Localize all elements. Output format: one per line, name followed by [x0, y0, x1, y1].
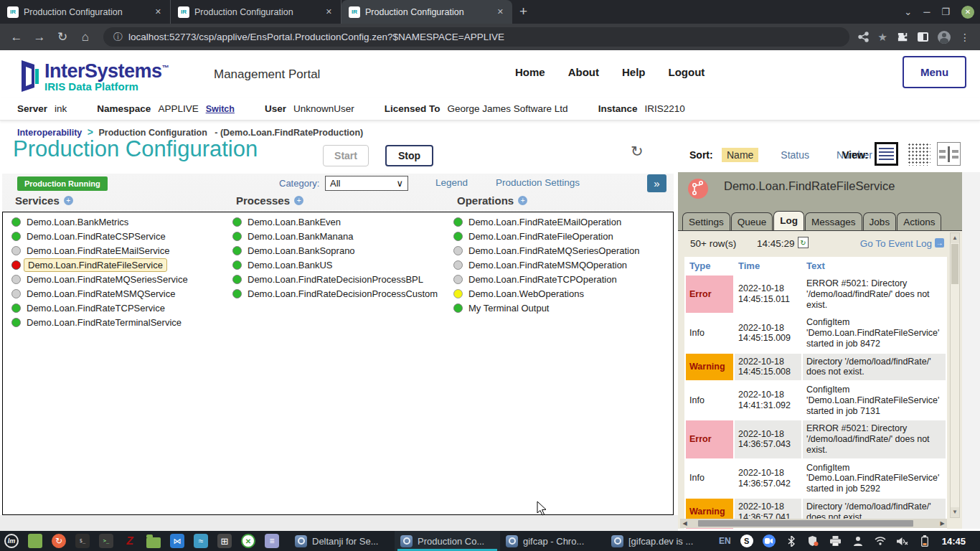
update-icon[interactable]: ↻	[52, 534, 66, 548]
config-item[interactable]: Demo.Loan.FindRateFileService	[11, 258, 188, 272]
bookmark-star-icon[interactable]: ★	[878, 31, 887, 44]
config-item[interactable]: Demo.Loan.FindRateMSMQService	[11, 286, 188, 301]
root-terminal-icon[interactable]: >_	[99, 534, 113, 548]
config-item[interactable]: Demo.Loan.FindRateMQSeriesOperation	[453, 243, 639, 258]
tab-close-icon[interactable]: ✕	[323, 6, 335, 18]
config-item[interactable]: Demo.Loan.BankSoprano	[232, 243, 438, 258]
profile-avatar[interactable]	[938, 31, 951, 44]
switch-link[interactable]: Switch	[206, 104, 235, 114]
panel-tab-queue[interactable]: Queue	[731, 212, 773, 230]
security-shield-icon[interactable]	[807, 534, 820, 547]
horizontal-scroll-thumb[interactable]	[698, 520, 913, 527]
panel-tab-actions[interactable]: Actions	[897, 212, 941, 230]
printer-icon[interactable]	[829, 534, 842, 547]
restore-button[interactable]: ❐	[941, 6, 950, 17]
extensions-puzzle-icon[interactable]	[897, 32, 908, 43]
config-item[interactable]: Demo.Loan.FindRateTCPOperation	[453, 272, 639, 286]
window-close-button[interactable]: ✕	[961, 6, 974, 19]
config-item[interactable]: My Terminal Output	[453, 301, 639, 315]
system-monitor-icon[interactable]: ≈	[194, 534, 208, 548]
browser-tab[interactable]: IRProduction Configuration✕	[0, 0, 171, 24]
config-item[interactable]: Demo.Loan.FindRateTCPService	[11, 301, 188, 315]
nav-link-about[interactable]: About	[568, 66, 599, 78]
refresh-spinner-icon[interactable]: ↻	[631, 143, 644, 160]
config-item[interactable]: Demo.Loan.FindRateEMailOperation	[453, 215, 639, 229]
home-button[interactable]: ⌂	[76, 30, 95, 44]
taskbar-window-button[interactable]: Production Co...	[395, 531, 500, 551]
config-item[interactable]: Demo.Loan.FindRateTerminalService	[11, 315, 188, 329]
nav-link-help[interactable]: Help	[622, 66, 646, 78]
external-arrow-icon[interactable]: →	[935, 238, 944, 248]
taskbar-window-button[interactable]: Deltanji for Se...	[289, 531, 395, 551]
config-item[interactable]: Demo.Loan.FindRateFileOperation	[453, 229, 639, 243]
view-split-icon[interactable]	[937, 142, 961, 166]
back-button[interactable]: ←	[7, 30, 26, 44]
zoom-icon[interactable]	[763, 534, 776, 547]
terminal-icon[interactable]: $_	[75, 534, 90, 548]
zeal-icon[interactable]: Z	[122, 534, 138, 548]
view-grid-icon[interactable]	[907, 142, 930, 166]
browser-tab[interactable]: IRProduction Configuration✕	[341, 0, 512, 24]
config-item[interactable]: Demo.Loan.BankMetrics	[11, 215, 188, 229]
config-item[interactable]: Demo.Loan.FindRateMQSeriesService	[11, 272, 188, 286]
language-indicator[interactable]: EN	[719, 536, 731, 546]
wifi-icon[interactable]	[874, 534, 887, 547]
bluetooth-icon[interactable]	[785, 534, 798, 547]
config-item[interactable]: Demo.Loan.WebOperations	[453, 286, 639, 301]
panel-vertical-scrollbar[interactable]: ▲ ▼	[950, 232, 960, 518]
menu-button[interactable]: Menu	[903, 56, 966, 88]
production-settings-link[interactable]: Production Settings	[496, 177, 580, 188]
panel-tab-settings[interactable]: Settings	[682, 212, 730, 230]
tab-close-icon[interactable]: ✕	[152, 6, 164, 18]
taskbar-window-button[interactable]: [gifcap.dev is ...	[606, 531, 711, 551]
file-manager-icon[interactable]	[28, 534, 42, 548]
config-item[interactable]: Demo.Loan.FindRateEMailService	[11, 243, 188, 258]
expand-panel-button[interactable]: »	[647, 174, 666, 192]
panel-tab-messages[interactable]: Messages	[805, 212, 862, 230]
vertical-scroll-thumb[interactable]	[951, 244, 958, 284]
config-item[interactable]: Demo.Loan.BankUS	[232, 258, 438, 272]
forward-button[interactable]: →	[30, 30, 49, 44]
sort-option-status[interactable]: Status	[776, 148, 814, 162]
x-server-icon[interactable]: ✕	[241, 534, 255, 548]
scroll-down-icon[interactable]: ▼	[951, 507, 959, 517]
config-item[interactable]: Demo.Loan.FindRateDecisionProcessBPL	[232, 272, 438, 286]
address-bar[interactable]: ⓘ localhost:52773/csp/applive/EnsPortal.…	[103, 27, 849, 47]
add-item-icon[interactable]: +	[294, 196, 303, 205]
config-item[interactable]: Demo.Loan.FindRateCSPService	[11, 229, 188, 243]
panel-tab-jobs[interactable]: Jobs	[863, 212, 897, 230]
minimize-button[interactable]: ─	[923, 6, 930, 17]
volume-muted-icon[interactable]	[896, 534, 909, 547]
new-tab-button[interactable]: +	[512, 4, 536, 24]
browser-tab[interactable]: IRProduction Configuration✕	[171, 0, 341, 24]
scroll-right-icon[interactable]: ▶	[938, 520, 947, 527]
calculator-icon[interactable]: ⊞	[217, 534, 232, 548]
sort-option-name[interactable]: Name	[722, 148, 758, 162]
config-item[interactable]: Demo.Loan.BankEven	[232, 215, 438, 229]
reload-button[interactable]: ↻	[53, 29, 72, 44]
taskbar-clock[interactable]: 14:45	[941, 536, 971, 547]
config-item[interactable]: Demo.Loan.FindRateMSMQOperation	[453, 258, 639, 272]
scroll-up-icon[interactable]: ▲	[951, 233, 959, 243]
share-icon[interactable]	[858, 32, 869, 42]
start-button[interactable]: Start	[323, 145, 369, 166]
scroll-left-icon[interactable]: ◀	[680, 520, 689, 527]
add-item-icon[interactable]: +	[518, 196, 527, 205]
panel-horizontal-scrollbar[interactable]: ◀ ▶	[680, 519, 947, 528]
user-icon[interactable]	[852, 534, 864, 547]
browser-menu-icon[interactable]: ⋮	[960, 32, 970, 43]
folder-icon[interactable]	[146, 537, 161, 548]
skype-icon[interactable]: S	[740, 534, 753, 547]
site-info-icon[interactable]: ⓘ	[113, 31, 123, 44]
notes-icon[interactable]: ≡	[265, 534, 279, 548]
config-item[interactable]: Demo.Loan.FindRateDecisionProcessCustom	[232, 286, 438, 301]
side-panel-icon[interactable]	[918, 32, 928, 42]
add-item-icon[interactable]: +	[64, 196, 73, 205]
go-to-event-log-link[interactable]: Go To Event Log	[860, 238, 932, 249]
panel-tab-log[interactable]: Log	[773, 211, 804, 230]
view-list-icon[interactable]	[875, 142, 898, 166]
battery-icon[interactable]	[918, 534, 931, 547]
tab-search-icon[interactable]: ⌄	[904, 6, 912, 17]
log-refresh-icon[interactable]: ↻	[798, 237, 809, 248]
stop-button[interactable]: Stop	[385, 145, 433, 166]
